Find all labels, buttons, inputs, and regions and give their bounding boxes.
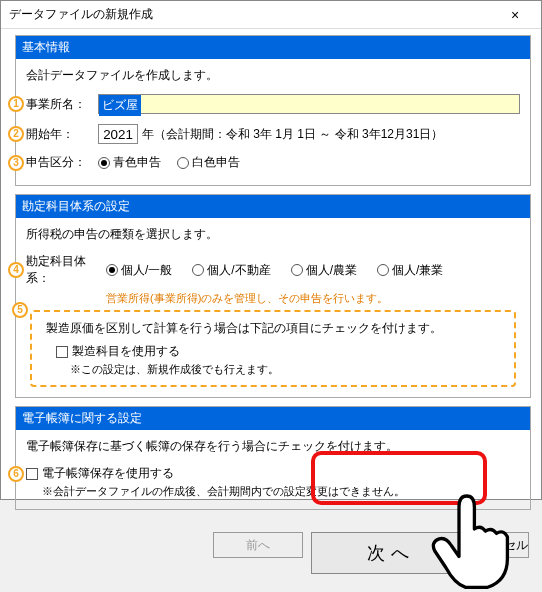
prev-button[interactable]: 前へ bbox=[213, 532, 303, 558]
radio-combined[interactable]: 個人/兼業 bbox=[377, 262, 443, 279]
section-account: 勘定科目体系の設定 所得税の申告の種類を選択します。 4 勘定科目体系： 個人/… bbox=[15, 194, 531, 398]
radio-agri-label: 個人/農業 bbox=[306, 262, 357, 279]
radio-icon bbox=[377, 264, 389, 276]
tax-label: 申告区分： bbox=[26, 154, 98, 171]
section-ebook-header: 電子帳簿に関する設定 bbox=[16, 407, 530, 430]
close-button[interactable]: × bbox=[495, 3, 535, 27]
radio-blue-label: 青色申告 bbox=[113, 154, 161, 171]
radio-realestate[interactable]: 個人/不動産 bbox=[192, 262, 270, 279]
dialog-content: 基本情報 会計データファイルを作成します。 1 事業所名： ビズ屋 2 開始年：… bbox=[1, 29, 541, 524]
next-label: 次へ bbox=[367, 541, 415, 565]
radio-general-label: 個人/一般 bbox=[121, 262, 172, 279]
radio-icon bbox=[98, 157, 110, 169]
marker-5: 5 bbox=[12, 302, 28, 318]
marker-2: 2 bbox=[8, 126, 24, 142]
ebook-desc: 電子帳簿保存に基づく帳簿の保存を行う場合にチェックを付けます。 bbox=[26, 438, 398, 455]
checkbox-ebook-label: 電子帳簿保存を使用する bbox=[42, 465, 174, 482]
section-account-header: 勘定科目体系の設定 bbox=[16, 195, 530, 218]
next-button[interactable]: 次へ bbox=[311, 532, 471, 574]
radio-general[interactable]: 個人/一般 bbox=[106, 262, 172, 279]
button-bar: 前へ 次へ ャンセル bbox=[1, 524, 541, 582]
close-icon: × bbox=[511, 7, 519, 23]
year-suffix: 年（会計期間：令和 3年 1月 1日 ～ 令和 3年12月31日） bbox=[142, 126, 443, 143]
window-title: データファイルの新規作成 bbox=[9, 6, 153, 23]
radio-realestate-label: 個人/不動産 bbox=[207, 262, 270, 279]
ebook-note: ※会計データファイルの作成後、会計期間内での設定変更はできません。 bbox=[42, 484, 520, 499]
radio-white-return[interactable]: 白色申告 bbox=[177, 154, 240, 171]
year-label: 開始年： bbox=[26, 126, 98, 143]
account-desc: 所得税の申告の種類を選択します。 bbox=[26, 226, 218, 243]
checkbox-ebook[interactable] bbox=[26, 468, 38, 480]
section-basic: 基本情報 会計データファイルを作成します。 1 事業所名： ビズ屋 2 開始年：… bbox=[15, 35, 531, 186]
marker-4: 4 bbox=[8, 262, 24, 278]
marker-6: 6 bbox=[8, 466, 24, 482]
box-desc: 製造原価を区別して計算を行う場合は下記の項目にチェックを付けます。 bbox=[46, 320, 504, 337]
radio-blue-return[interactable]: 青色申告 bbox=[98, 154, 161, 171]
section-ebook: 電子帳簿に関する設定 電子帳簿保存に基づく帳簿の保存を行う場合にチェックを付けま… bbox=[15, 406, 531, 510]
radio-agri[interactable]: 個人/農業 bbox=[291, 262, 357, 279]
system-label: 勘定科目体系： bbox=[26, 253, 106, 287]
cancel-button[interactable]: ャンセル bbox=[479, 532, 529, 558]
section-basic-header: 基本情報 bbox=[16, 36, 530, 59]
checkbox-manufacturing[interactable] bbox=[56, 346, 68, 358]
dialog-window: データファイルの新規作成 × 基本情報 会計データファイルを作成します。 1 事… bbox=[0, 0, 542, 500]
radio-icon bbox=[192, 264, 204, 276]
office-name-value: ビズ屋 bbox=[99, 95, 141, 116]
manufacturing-box: 5 製造原価を区別して計算を行う場合は下記の項目にチェックを付けます。 製造科目… bbox=[30, 310, 516, 387]
radio-icon bbox=[106, 264, 118, 276]
cancel-label: ャンセル bbox=[480, 537, 528, 554]
radio-icon bbox=[177, 157, 189, 169]
start-year-input[interactable] bbox=[98, 124, 138, 144]
box-note: ※この設定は、新規作成後でも行えます。 bbox=[70, 362, 504, 377]
radio-white-label: 白色申告 bbox=[192, 154, 240, 171]
radio-icon bbox=[291, 264, 303, 276]
checkbox-manufacturing-label: 製造科目を使用する bbox=[72, 343, 180, 360]
basic-desc: 会計データファイルを作成します。 bbox=[26, 67, 218, 84]
office-label: 事業所名： bbox=[26, 96, 98, 113]
marker-3: 3 bbox=[8, 155, 24, 171]
marker-1: 1 bbox=[8, 96, 24, 112]
prev-label: 前へ bbox=[246, 537, 270, 554]
account-orange-note: 営業所得(事業所得)のみを管理し、その申告を行います。 bbox=[106, 291, 520, 306]
titlebar: データファイルの新規作成 × bbox=[1, 1, 541, 29]
radio-combined-label: 個人/兼業 bbox=[392, 262, 443, 279]
office-name-input[interactable]: ビズ屋 bbox=[98, 94, 520, 114]
